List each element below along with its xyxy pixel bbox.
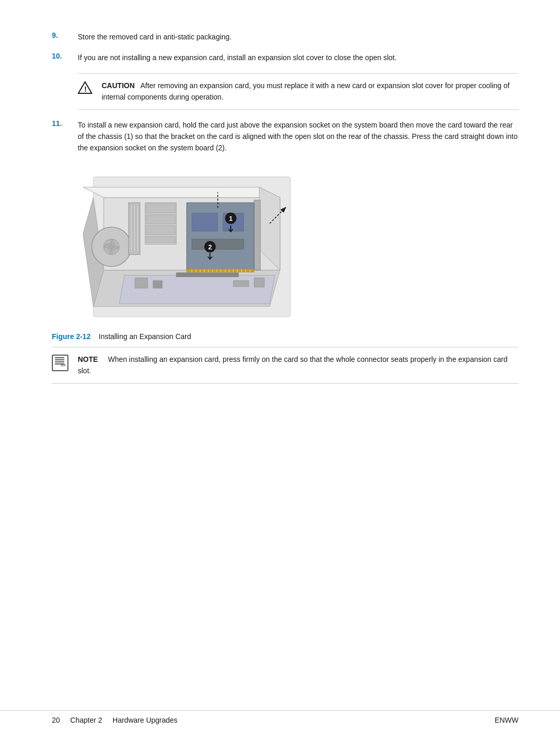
svg-marker-18: [187, 203, 254, 270]
caution-box: ! CAUTION After removing an expansion ca…: [78, 73, 519, 110]
footer-chapter-title: Hardware Upgrades: [113, 716, 177, 724]
svg-rect-46: [137, 205, 138, 252]
page-content: 9. Store the removed card in anti-static…: [0, 0, 560, 424]
svg-rect-12: [176, 273, 239, 277]
figure-label: Figure 2-12: [52, 332, 91, 341]
note-label: NOTE: [78, 355, 98, 363]
footer: 20 Chapter 2 Hardware Upgrades ENWW: [0, 710, 560, 724]
svg-rect-50: [146, 226, 175, 235]
note-body-spacer: [100, 355, 108, 363]
svg-rect-45: [134, 205, 135, 252]
svg-text:2: 2: [208, 243, 212, 251]
step-11: 11. To install a new expansion card, hol…: [52, 119, 519, 154]
note-text: NOTE When installing an expansion card, …: [78, 354, 519, 377]
figure-image: 1 2: [83, 166, 301, 327]
step-11-text: To install a new expansion card, hold th…: [78, 119, 519, 154]
step-9: 9. Store the removed card in anti-static…: [52, 31, 519, 43]
step-10: 10. If you are not installing a new expa…: [52, 52, 519, 63]
expansion-card-illustration: 1 2: [83, 166, 301, 327]
figure-caption: Figure 2-12 Installing an Expansion Card: [52, 332, 191, 341]
step-9-text: Store the removed card in anti-static pa…: [78, 31, 519, 43]
note-box: NOTE When installing an expansion card, …: [52, 347, 519, 384]
footer-right: ENWW: [495, 716, 519, 724]
svg-rect-13: [135, 278, 148, 288]
caution-icon: !: [78, 81, 94, 96]
caution-label: CAUTION: [102, 81, 135, 90]
note-icon: [52, 355, 71, 371]
footer-enww: ENWW: [495, 716, 519, 724]
svg-rect-19: [192, 213, 218, 231]
caution-text: CAUTION After removing an expansion card…: [102, 80, 519, 103]
svg-rect-21: [192, 239, 244, 249]
svg-rect-17: [254, 200, 260, 270]
svg-text:1: 1: [229, 215, 232, 222]
note-icon-img: [52, 355, 68, 371]
figure-caption-text: Installing an Expansion Card: [99, 332, 191, 341]
footer-page-num: 20: [52, 716, 60, 724]
footer-chapter: Chapter 2: [71, 716, 102, 724]
svg-marker-6: [83, 187, 280, 198]
svg-rect-44: [131, 205, 132, 252]
svg-rect-15: [233, 280, 249, 287]
svg-rect-14: [153, 280, 162, 288]
caution-item: ! CAUTION After removing an expansion ca…: [52, 73, 519, 110]
svg-rect-22: [187, 269, 254, 272]
step-10-num: 10.: [52, 52, 78, 60]
note-body-text: When installing an expansion card, press…: [78, 355, 508, 375]
step-11-num: 11.: [52, 119, 78, 128]
svg-rect-48: [146, 204, 175, 213]
caution-body-text: After removing an expansion card, you mu…: [102, 81, 510, 101]
step-10-text: If you are not installing a new expansio…: [78, 52, 519, 63]
step-9-num: 9.: [52, 31, 78, 39]
footer-left: 20 Chapter 2 Hardware Upgrades: [52, 716, 177, 724]
caution-body: [137, 81, 141, 90]
svg-rect-16: [254, 278, 264, 287]
figure-caption-sep: [93, 332, 97, 341]
figure-container: 1 2: [52, 166, 519, 341]
svg-text:!: !: [85, 85, 87, 93]
steps-list: 9. Store the removed card in anti-static…: [52, 31, 519, 154]
svg-rect-49: [146, 215, 175, 224]
svg-rect-51: [146, 236, 175, 243]
